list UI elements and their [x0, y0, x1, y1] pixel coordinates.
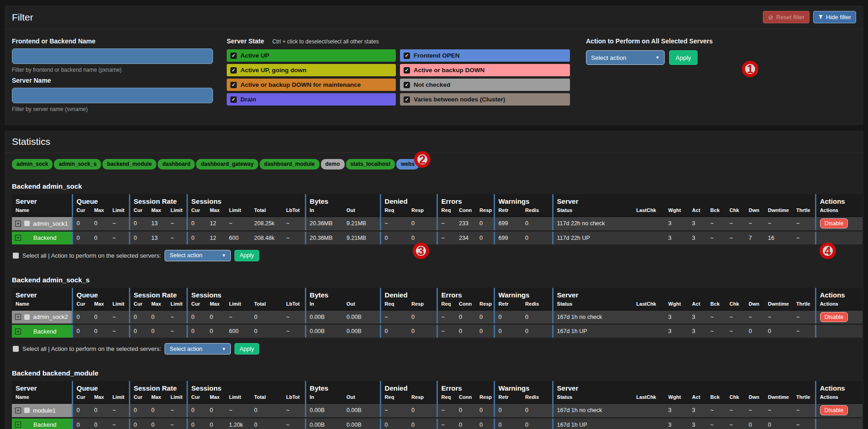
stat-cell: ~	[707, 310, 726, 324]
backend-badge-admin_sock[interactable]: admin_sock	[12, 159, 53, 169]
stat-cell: ~	[167, 310, 187, 324]
column-header: Chk	[726, 392, 745, 403]
stat-cell: 0	[455, 310, 476, 324]
server-state-not-checked[interactable]: ✓Not checked	[400, 79, 570, 91]
select-all-checkbox[interactable]	[13, 253, 19, 259]
column-header: Actions	[815, 206, 863, 217]
global-action-select[interactable]: Select action ▼	[586, 50, 665, 65]
stat-cell: ~	[726, 217, 745, 231]
disable-button[interactable]: Disable	[820, 312, 848, 322]
expand-icon[interactable]: +	[15, 328, 21, 334]
stat-cell: 0	[91, 310, 109, 324]
backend-badge-demo[interactable]: demo	[321, 159, 345, 169]
backend-badge-admin_sock_s[interactable]: admin_sock_s	[54, 159, 101, 169]
column-group-header: Bytes	[305, 288, 380, 299]
statistics-title: Statistics	[12, 136, 50, 147]
stat-cell: 0	[522, 310, 553, 324]
actions-cell	[815, 418, 863, 429]
server-state-active-up-going-down[interactable]: ✓Active UP, going down	[227, 64, 396, 76]
stat-cell: 0.00B	[343, 403, 380, 418]
server-state-active-or-backup-down-for-maintenance[interactable]: ✓Active or backup DOWN for maintenance	[227, 79, 396, 91]
stat-cell: 0.00B	[305, 324, 343, 339]
table-row: +module100~00~00~0~0.00B0.00B~0~0000167d…	[12, 403, 863, 418]
stat-cell: ~	[764, 217, 793, 231]
checkbox-checked-icon: ✓	[404, 96, 410, 103]
column-header: Req	[380, 299, 408, 310]
global-apply-button[interactable]: Apply	[669, 50, 698, 65]
row-checkbox[interactable]	[24, 314, 30, 320]
stat-cell: 0	[148, 310, 167, 324]
backend-section: Backend backend_moduleServerQueueSession…	[12, 369, 856, 429]
select-all-checkbox[interactable]	[13, 346, 19, 352]
server-name: admin_sock2	[33, 313, 68, 320]
stat-cell: ~	[793, 403, 815, 418]
stat-cell: ~	[437, 418, 455, 429]
stat-cell: ~	[707, 418, 726, 429]
backend-badge-dashboard_gateway[interactable]: dashboard_gateway	[196, 159, 258, 169]
stat-cell: 0	[129, 403, 148, 418]
backend-badge-stats_localhost[interactable]: stats_localhost	[346, 159, 395, 169]
stat-cell: ~	[793, 310, 815, 324]
stat-cell: 3	[688, 324, 707, 339]
chevron-down-icon: ▼	[222, 347, 226, 351]
backend-title: Backend admin_sock_s	[12, 276, 856, 284]
column-group-header: Server	[12, 194, 72, 206]
expand-icon[interactable]: +	[15, 314, 21, 320]
stat-cell: 208.25k	[250, 217, 282, 231]
disable-button[interactable]: Disable	[820, 405, 848, 415]
server-state-active-up[interactable]: ✓Active UP	[227, 49, 396, 62]
actions-cell	[815, 231, 863, 245]
checkbox-checked-icon: ✓	[404, 82, 410, 88]
backend-badge-backend_module[interactable]: backend_module	[102, 159, 156, 169]
stat-cell: ~	[380, 403, 408, 418]
server-state-drain[interactable]: ✓Drain	[227, 93, 396, 106]
expand-icon[interactable]: +	[15, 408, 21, 413]
action-select[interactable]: Select action▼	[165, 343, 231, 355]
server-state-varies-between-nodes-cluster-[interactable]: ✓Varies between nodes (Cluster)	[400, 93, 570, 106]
column-group-header: Actions	[815, 194, 863, 206]
column-header: Limit	[109, 392, 129, 403]
column-header: Act	[688, 392, 707, 403]
column-header: Limit	[225, 299, 250, 310]
annotation-circle-4: 4	[820, 243, 836, 259]
apply-button[interactable]: Apply	[234, 250, 259, 261]
column-group-header: Actions	[815, 381, 863, 392]
column-header: In	[305, 206, 343, 217]
frontend-backend-name-input[interactable]	[12, 48, 213, 64]
stat-cell: 0	[91, 324, 109, 339]
column-header: Status	[553, 299, 633, 310]
column-header: Cur	[129, 206, 148, 217]
stat-cell: 3	[688, 217, 707, 231]
column-header: Limit	[167, 392, 187, 403]
server-state-frontend-open[interactable]: ✓Frontend OPEN	[400, 49, 570, 62]
stat-cell: ~	[707, 324, 726, 339]
row-checkbox[interactable]	[24, 408, 30, 413]
disable-button[interactable]: Disable	[820, 218, 848, 228]
expand-icon[interactable]: +	[15, 422, 21, 428]
column-group-header: Server	[12, 381, 72, 392]
backend-badge-dashboard_module[interactable]: dashboard_module	[260, 159, 320, 169]
server-name-input[interactable]	[12, 88, 213, 103]
server-state-active-or-backup-down[interactable]: ✓Active or backup DOWN	[400, 64, 570, 76]
actions-cell: Disable	[815, 217, 863, 231]
checkbox-checked-icon: ✓	[230, 67, 237, 74]
action-select[interactable]: Select action▼	[165, 250, 231, 261]
apply-button[interactable]: Apply	[234, 343, 259, 355]
column-header: Total	[250, 392, 282, 403]
stat-cell: ~	[282, 403, 305, 418]
backend-tables-container: Backend admin_sockServerQueueSession Rat…	[5, 182, 863, 429]
column-header: Status	[553, 206, 633, 217]
column-header: Redis	[522, 299, 553, 310]
stat-cell: 699	[494, 231, 522, 245]
stat-cell: 0	[72, 403, 91, 418]
server-name-label: Server Name	[12, 77, 213, 84]
column-header: Retr	[494, 206, 522, 217]
expand-icon[interactable]: +	[15, 221, 21, 227]
backend-badge-dashboard[interactable]: dashboard	[158, 159, 195, 169]
reset-filter-button[interactable]: ⊘ Reset filter	[763, 11, 809, 23]
hide-filter-button[interactable]: Hide filter	[813, 11, 856, 23]
row-checkbox[interactable]	[24, 221, 30, 226]
stat-cell: 600	[225, 231, 250, 245]
stat-cell: ~	[282, 324, 305, 339]
expand-icon[interactable]: +	[15, 235, 21, 241]
